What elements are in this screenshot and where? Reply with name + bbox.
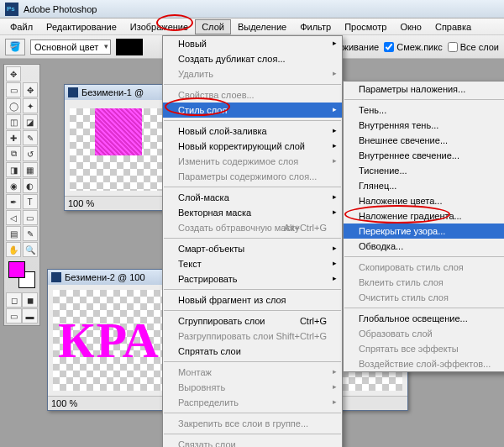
mi-raster[interactable]: Растрировать — [163, 271, 342, 287]
sm-satin[interactable]: Глянец... — [344, 178, 504, 193]
path-tool-icon[interactable]: ◁ — [6, 210, 21, 225]
sm-stroke[interactable]: Обводка... — [344, 239, 504, 254]
menu-separator — [164, 413, 341, 413]
menu-filter[interactable]: Фильтр — [293, 19, 338, 34]
notes-tool-icon[interactable]: ▤ — [6, 226, 21, 241]
contiguous-checkbox[interactable]: Смеж.пикс — [384, 42, 442, 52]
bucket-tool-icon[interactable]: 🪣 — [5, 39, 25, 55]
sm-dropshadow[interactable]: Тень... — [344, 103, 504, 118]
mi-layerstyle[interactable]: Стиль слоя — [163, 103, 342, 118]
layerstyle-submenu: Параметры наложения... Тень... Внутрення… — [343, 81, 504, 372]
alllayers-checkbox[interactable]: Все слои — [448, 42, 499, 52]
mi-newslice[interactable]: Новый фрагмент из слоя — [163, 292, 342, 308]
mi-hidelayers[interactable]: Спрятать слои — [163, 344, 342, 359]
mi-distribute[interactable]: Распределить — [163, 395, 342, 410]
mi-vectormask[interactable]: Векторная маска — [163, 205, 342, 220]
sm-bevel[interactable]: Тиснение... — [344, 163, 504, 178]
wand-tool-icon[interactable]: ✦ — [23, 98, 38, 113]
menu-help[interactable]: Справка — [428, 19, 478, 34]
mi-group[interactable]: Сгруппировать слоиCtrl+G — [163, 313, 342, 329]
mi-smartobj[interactable]: Смарт-объекты — [163, 241, 342, 256]
screen-mode2-icon[interactable]: ▬ — [22, 308, 38, 323]
dodge-tool-icon[interactable]: ◐ — [23, 178, 38, 193]
menu-edit[interactable]: Редактирование — [39, 19, 123, 34]
mi-lockall[interactable]: Закрепить все слои в группе... — [163, 416, 342, 431]
sm-coloroverlay[interactable]: Наложение цвета... — [344, 193, 504, 208]
eyedrop-tool-icon[interactable]: ✎ — [23, 226, 38, 241]
menu-view[interactable]: Просмотр — [338, 19, 393, 34]
mi-delete[interactable]: Удалить — [163, 66, 342, 82]
sm-globallight[interactable]: Глобальное освещение... — [344, 311, 504, 326]
mi-contentopt[interactable]: Параметры содержимого слоя... — [163, 169, 342, 184]
mi-duplicate[interactable]: Создать дубликат слоя... — [163, 51, 342, 66]
menu-separator — [164, 310, 341, 311]
standard-mode-icon[interactable]: ◻ — [6, 292, 22, 308]
doc1-canvas[interactable] — [70, 108, 167, 191]
brush-tool-icon[interactable]: ✎ — [23, 130, 38, 145]
menu-separator — [164, 361, 341, 362]
menu-select[interactable]: Выделение — [231, 19, 293, 34]
menu-layer[interactable]: Слой — [195, 19, 231, 34]
menu-file[interactable]: Файл — [3, 19, 39, 34]
pattern-swatch[interactable] — [116, 39, 143, 55]
sm-gradoverlay[interactable]: Наложение градиента... — [344, 208, 504, 224]
blur-tool-icon[interactable]: ◉ — [6, 178, 21, 193]
mi-newfill[interactable]: Новый слой-заливка — [163, 124, 342, 139]
stamp-tool-icon[interactable]: ⧉ — [6, 146, 21, 161]
menu-window[interactable]: Окно — [393, 19, 428, 34]
quickmask-mode-icon[interactable]: ◼ — [22, 292, 38, 308]
mi-text[interactable]: Текст — [163, 256, 342, 271]
mi-layerprops[interactable]: Свойства слоев... — [163, 87, 342, 103]
menu-separator — [164, 84, 341, 85]
mi-arrange[interactable]: Монтаж — [163, 365, 342, 380]
shape-tool-icon[interactable]: ▭ — [23, 210, 38, 225]
type-tool-icon[interactable]: T — [23, 194, 38, 209]
sm-createlayer[interactable]: Образовать слой — [344, 326, 504, 341]
move-tool-icon[interactable]: ✥ — [6, 66, 21, 82]
zoom-tool-icon[interactable]: 🔍 — [23, 242, 38, 257]
fill-source-combo[interactable]: Основной цвет — [30, 39, 111, 55]
mi-newadj[interactable]: Новый корректирующий слой — [163, 139, 342, 154]
sm-innershadow[interactable]: Внутренняя тень... — [344, 118, 504, 133]
mi-ungroup[interactable]: Разгруппировать слоиShift+Ctrl+G — [163, 329, 342, 344]
sm-clearstyle[interactable]: Очистить стиль слоя — [344, 290, 504, 305]
heal-tool-icon[interactable]: ✚ — [6, 130, 21, 145]
hand-tool-icon[interactable]: ✋ — [6, 242, 21, 257]
mi-link[interactable]: Связать слои — [163, 437, 342, 447]
gradient-tool-icon[interactable]: ▦ — [23, 162, 38, 177]
menu-image[interactable]: Изображение — [123, 19, 195, 34]
layer-menu: Новый Создать дубликат слоя... Удалить С… — [162, 35, 343, 447]
menu-separator — [164, 289, 341, 290]
screen-mode1-icon[interactable]: ▭ — [6, 308, 22, 323]
lasso-tool-icon[interactable]: ◯ — [6, 98, 21, 113]
mi-new[interactable]: Новый — [163, 36, 342, 51]
eraser-tool-icon[interactable]: ◨ — [6, 162, 21, 177]
doc1-status: 100 % — [65, 196, 172, 210]
sm-copystyle[interactable]: Скопировать стиль слоя — [344, 260, 504, 275]
app-icon — [5, 3, 18, 16]
sm-blendopt[interactable]: Параметры наложения... — [344, 82, 504, 97]
move-tool2-icon[interactable]: ✥ — [23, 82, 38, 97]
pen-tool-icon[interactable]: ✒ — [6, 194, 21, 209]
mi-clipmask[interactable]: Создать обтравочную маскуAlt+Ctrl+G — [163, 220, 342, 235]
doc1-titlebar[interactable]: Безимени-1 @ — [65, 85, 172, 100]
sm-patternoverlay[interactable]: Перекрытие узора... — [344, 224, 504, 239]
history-tool-icon[interactable]: ↺ — [23, 146, 38, 161]
sm-pastestyle[interactable]: Вклеить стиль слоя — [344, 275, 504, 290]
menu-separator — [164, 120, 341, 121]
slice-tool-icon[interactable]: ◪ — [23, 114, 38, 129]
color-swatches[interactable] — [8, 261, 35, 288]
mi-align[interactable]: Выровнять — [163, 380, 342, 395]
marquee-tool-icon[interactable]: ▭ — [6, 82, 21, 97]
crop-tool-icon[interactable]: ◫ — [6, 114, 21, 129]
document-window-1[interactable]: Безимени-1 @ 100 % — [64, 84, 173, 211]
fg-color[interactable] — [8, 261, 25, 278]
mi-changecontent[interactable]: Изменить содержимое слоя — [163, 154, 342, 169]
sm-outerglow[interactable]: Внешнее свечение... — [344, 133, 504, 148]
ps-doc-icon — [51, 272, 61, 282]
sm-innerglow[interactable]: Внутреннее свечение... — [344, 148, 504, 163]
sm-scaleeffects[interactable]: Воздействие слой-эффектов... — [344, 356, 504, 371]
mi-layermask[interactable]: Слой-маска — [163, 190, 342, 205]
menu-bar[interactable]: Файл Редактирование Изображение Слой Выд… — [0, 18, 504, 35]
sm-hideeffects[interactable]: Спрятать все эффекты — [344, 341, 504, 356]
